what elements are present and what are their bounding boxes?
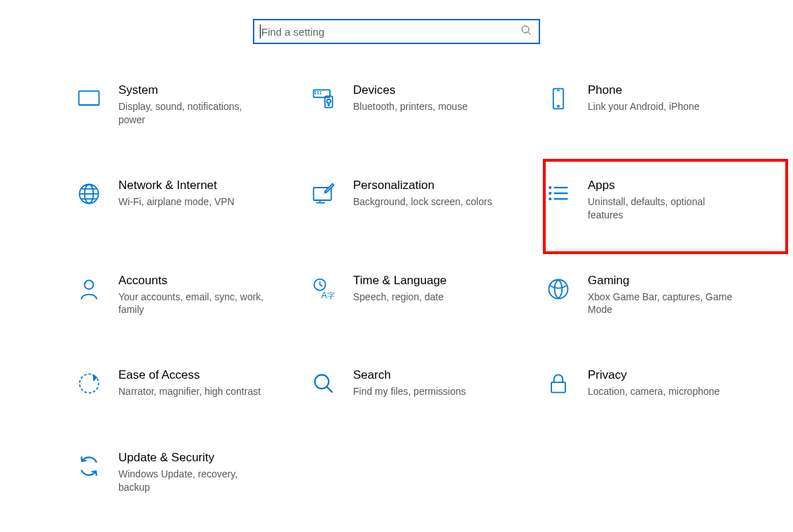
accounts-icon [74, 274, 104, 304]
gaming-icon [543, 274, 574, 304]
tile-desc: Wi-Fi, airplane mode, VPN [118, 195, 235, 209]
svg-rect-28 [549, 192, 552, 195]
tile-title: Personalization [353, 178, 492, 192]
svg-rect-27 [549, 186, 552, 189]
tile-desc: Narrator, magnifier, high contrast [118, 385, 261, 398]
search-input[interactable] [261, 26, 520, 38]
svg-rect-29 [549, 197, 552, 200]
tile-title: Devices [353, 83, 467, 97]
tile-desc: Your accounts, email, sync, work, family [118, 290, 266, 317]
update-security-icon [74, 451, 104, 482]
svg-rect-42 [551, 383, 565, 393]
svg-point-39 [549, 279, 568, 298]
time-language-icon: A 字 [308, 274, 339, 304]
tile-privacy[interactable]: Privacy Location, camera, microphone [543, 364, 778, 403]
svg-point-40 [315, 375, 329, 389]
svg-line-41 [327, 387, 333, 393]
tile-time-language[interactable]: A 字 Time & Language Speech, region, date [308, 270, 543, 321]
tile-title: Ease of Access [118, 368, 261, 382]
apps-icon [543, 178, 574, 209]
devices-icon [308, 83, 339, 114]
tile-accounts[interactable]: Accounts Your accounts, email, sync, wor… [74, 270, 308, 321]
tile-desc: Speech, region, date [353, 290, 447, 304]
svg-text:A: A [321, 290, 327, 300]
tile-title: Search [353, 368, 466, 382]
svg-line-1 [523, 27, 528, 32]
tile-search[interactable]: Search Find my files, permissions [308, 364, 543, 403]
text-caret [260, 24, 261, 38]
tile-desc: Location, camera, microphone [588, 385, 719, 398]
svg-point-18 [558, 106, 559, 107]
tile-devices[interactable]: Devices Bluetooth, printers, mouse [308, 79, 543, 131]
personalization-icon [308, 178, 339, 209]
tile-desc: Find my files, permissions [353, 385, 466, 398]
tile-ease-of-access[interactable]: Ease of Access Narrator, magnifier, high… [74, 364, 308, 403]
settings-grid: System Display, sound, notifications, po… [0, 79, 793, 498]
svg-point-33 [85, 280, 94, 289]
tile-title: Network & Internet [118, 178, 235, 192]
svg-rect-4 [79, 91, 99, 105]
tile-update-security[interactable]: Update & Security Windows Update, recove… [74, 447, 308, 498]
tile-desc: Xbox Game Bar, captures, Game Mode [588, 290, 735, 317]
tile-desc: Bluetooth, printers, mouse [353, 100, 467, 113]
svg-line-36 [320, 284, 323, 286]
network-icon [74, 178, 104, 209]
tile-title: Update & Security [118, 451, 266, 465]
svg-text:字: 字 [327, 290, 335, 299]
search-tile-icon [308, 368, 339, 399]
tile-title: Privacy [588, 368, 719, 382]
tile-title: Gaming [588, 274, 735, 288]
phone-icon [543, 83, 574, 114]
tile-desc: Uninstall, defaults, optional features [588, 195, 735, 222]
tile-title: System [118, 83, 266, 97]
tile-desc: Display, sound, notifications, power [118, 100, 266, 127]
tile-desc: Background, lock screen, colors [353, 195, 492, 209]
tile-desc: Windows Update, recovery, backup [118, 468, 266, 494]
tile-title: Time & Language [353, 274, 447, 288]
search-box[interactable] [253, 19, 540, 44]
search-icon [520, 24, 532, 38]
tile-phone[interactable]: Phone Link your Android, iPhone [543, 79, 778, 131]
privacy-icon [543, 368, 574, 399]
tile-title: Accounts [118, 274, 266, 288]
tile-title: Phone [588, 83, 700, 97]
svg-line-3 [528, 32, 531, 35]
tile-gaming[interactable]: Gaming Xbox Game Bar, captures, Game Mod… [543, 270, 778, 321]
tile-desc: Link your Android, iPhone [588, 100, 700, 113]
svg-line-2 [523, 27, 529, 32]
tile-network[interactable]: Network & Internet Wi-Fi, airplane mode,… [74, 174, 308, 226]
tile-title: Apps [588, 178, 735, 192]
ease-of-access-icon [74, 368, 104, 399]
tile-apps[interactable]: Apps Uninstall, defaults, optional featu… [543, 174, 778, 226]
svg-point-14 [327, 99, 331, 103]
search-container [0, 0, 793, 79]
system-icon [74, 83, 104, 114]
tile-personalization[interactable]: Personalization Background, lock screen,… [308, 174, 543, 226]
svg-point-15 [328, 104, 329, 106]
tile-system[interactable]: System Display, sound, notifications, po… [74, 79, 308, 131]
